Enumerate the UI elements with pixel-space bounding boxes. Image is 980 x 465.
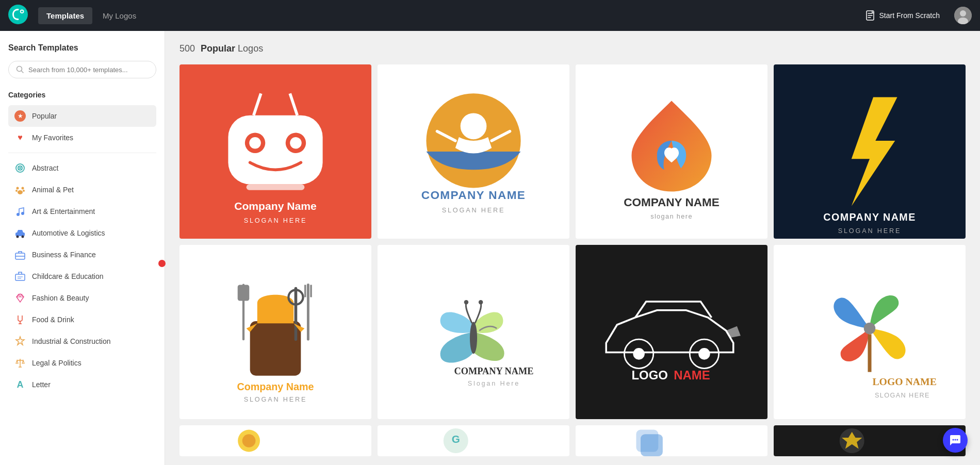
svg-text:SLOGAN HERE: SLOGAN HERE <box>875 392 930 399</box>
svg-rect-63 <box>238 285 250 301</box>
logo-card[interactable] <box>576 425 767 456</box>
nav-templates[interactable]: Templates <box>38 7 92 24</box>
sidebar-item-legal[interactable]: Legal & Politics <box>8 352 156 374</box>
svg-point-0 <box>8 5 28 24</box>
chat-icon <box>949 434 961 446</box>
svg-text:LOGO: LOGO <box>631 368 667 382</box>
svg-text:COMPANY NAME: COMPANY NAME <box>421 189 526 202</box>
logo-card[interactable]: LOGO NAME SLOGAN HERE <box>774 245 966 419</box>
search-box <box>8 61 156 78</box>
main-nav: Templates My Logos <box>38 7 860 24</box>
sidebar-item-letter[interactable]: A Letter <box>8 374 156 395</box>
svg-line-34 <box>254 93 261 115</box>
svg-rect-22 <box>15 274 25 280</box>
car-icon <box>14 227 26 239</box>
search-input[interactable] <box>28 66 149 74</box>
heart-icon: ♥ <box>14 132 26 143</box>
svg-point-14 <box>18 190 23 194</box>
svg-rect-41 <box>247 184 305 190</box>
svg-text:SLOGAN HERE: SLOGAN HERE <box>244 396 307 404</box>
logo-card[interactable]: COMPANY NAME SLOGAN HERE <box>378 64 569 239</box>
svg-point-74 <box>698 348 710 360</box>
logo-card[interactable] <box>179 425 371 456</box>
sidebar-item-art[interactable]: Art & Entertainment <box>8 201 156 222</box>
content-header: 500 Popular Logos <box>179 43 966 54</box>
header: Templates My Logos Start From Scratch <box>0 0 980 31</box>
user-avatar[interactable] <box>954 7 972 24</box>
svg-text:SLOGAN HERE: SLOGAN HERE <box>244 217 307 224</box>
svg-rect-55 <box>250 321 301 376</box>
popular-icon: ★ <box>14 110 26 122</box>
industrial-icon <box>14 336 26 347</box>
svg-line-35 <box>290 93 297 115</box>
svg-text:COMPANY NAME: COMPANY NAME <box>454 366 533 376</box>
svg-marker-52 <box>852 97 897 206</box>
main-layout: Search Templates Categories ★ Popular ♥ … <box>0 31 980 465</box>
sidebar-item-industrial[interactable]: Industrial & Construction <box>8 330 156 352</box>
svg-text:Company Name: Company Name <box>234 200 317 212</box>
header-actions: Start From Scratch <box>860 6 972 25</box>
svg-text:Company Name: Company Name <box>237 381 314 392</box>
logo-card[interactable]: COMPANY NAME slogan here <box>576 64 767 239</box>
logo-card[interactable]: Company Name SLOGAN HERE <box>179 245 371 419</box>
categories-title: Categories <box>8 91 156 99</box>
svg-point-18 <box>17 236 19 238</box>
letter-icon: A <box>14 379 26 390</box>
logo-card[interactable]: G <box>378 425 569 456</box>
logo-grid: Company Name SLOGAN HERE COMPA <box>179 64 966 456</box>
logo-card[interactable]: COMPANY NAME Slogan Here <box>378 245 569 419</box>
svg-text:SLOGAN HERE: SLOGAN HERE <box>442 207 505 214</box>
svg-point-13 <box>23 190 25 192</box>
svg-point-40 <box>290 137 302 149</box>
svg-point-77 <box>864 323 876 335</box>
sidebar-item-auto[interactable]: Automotive & Logistics <box>8 222 156 244</box>
svg-point-12 <box>15 190 18 192</box>
svg-text:slogan here: slogan here <box>650 213 693 220</box>
sidebar-title: Search Templates <box>8 43 156 53</box>
svg-point-68 <box>479 300 483 304</box>
svg-text:G: G <box>452 434 460 445</box>
svg-marker-30 <box>16 337 24 345</box>
sidebar: Search Templates Categories ★ Popular ♥ … <box>0 31 165 465</box>
svg-point-67 <box>464 300 468 304</box>
sidebar-item-food[interactable]: Food & Drink <box>8 309 156 330</box>
svg-point-91 <box>957 439 958 441</box>
logo-card[interactable] <box>774 425 966 456</box>
chat-bubble-button[interactable] <box>943 428 968 453</box>
education-icon <box>14 271 26 282</box>
logo-card[interactable]: LOGO NAME <box>576 245 767 419</box>
content-area: 500 Popular Logos <box>165 31 980 465</box>
nav-logos[interactable]: My Logos <box>94 7 144 24</box>
music-icon <box>14 206 26 217</box>
svg-point-82 <box>242 434 256 447</box>
svg-point-90 <box>955 439 956 441</box>
svg-text:LOGO NAME: LOGO NAME <box>872 376 936 387</box>
svg-rect-86 <box>641 434 663 456</box>
svg-rect-36 <box>228 115 322 185</box>
svg-point-45 <box>461 113 487 139</box>
sidebar-item-popular[interactable]: ★ Popular <box>8 105 156 127</box>
logo-card[interactable]: COMPANY NAME SLOGAN HERE <box>774 64 966 239</box>
start-from-scratch-button[interactable]: Start From Scratch <box>860 6 946 25</box>
divider <box>8 153 156 153</box>
svg-point-11 <box>22 187 24 190</box>
sidebar-item-abstract[interactable]: Abstract <box>8 157 156 179</box>
svg-text:COMPANY NAME: COMPANY NAME <box>823 211 916 223</box>
diamond-icon <box>14 292 26 304</box>
svg-point-39 <box>249 137 261 149</box>
sidebar-item-animal[interactable]: Animal & Pet <box>8 179 156 201</box>
legal-icon <box>14 357 26 369</box>
sidebar-item-business[interactable]: Business & Finance <box>8 244 156 265</box>
app-logo[interactable] <box>8 5 38 26</box>
svg-point-15 <box>17 213 20 216</box>
sidebar-item-childcare[interactable]: Childcare & Education <box>8 265 156 287</box>
svg-text:Slogan Here: Slogan Here <box>468 380 520 388</box>
abstract-icon <box>14 162 26 174</box>
svg-point-10 <box>17 187 19 190</box>
search-icon <box>16 65 24 74</box>
sidebar-item-fashion[interactable]: Fashion & Beauty <box>8 287 156 309</box>
svg-text:SLOGAN HERE: SLOGAN HERE <box>838 227 902 235</box>
svg-text:NAME: NAME <box>674 368 710 382</box>
logo-card[interactable]: Company Name SLOGAN HERE <box>179 64 371 239</box>
sidebar-item-favorites[interactable]: ♥ My Favorites <box>8 127 156 148</box>
